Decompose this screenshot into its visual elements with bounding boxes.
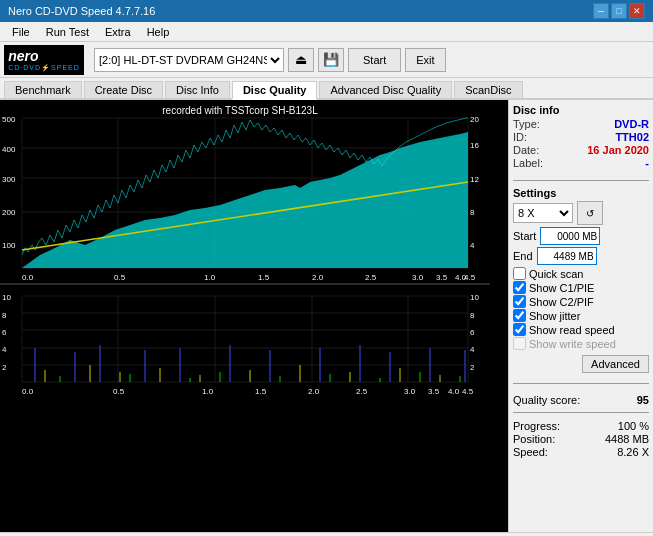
svg-text:3.5: 3.5 xyxy=(436,273,448,282)
svg-text:1.0: 1.0 xyxy=(202,387,214,396)
svg-text:2.5: 2.5 xyxy=(356,387,368,396)
menu-help[interactable]: Help xyxy=(139,22,178,41)
chart-area: 500 400 300 200 100 20 16 12 8 4 recorde… xyxy=(0,100,508,532)
svg-text:200: 200 xyxy=(2,208,16,217)
advanced-button[interactable]: Advanced xyxy=(582,355,649,373)
progress-label: Progress: xyxy=(513,420,560,432)
svg-text:300: 300 xyxy=(2,175,16,184)
end-row: End xyxy=(513,247,649,265)
quality-label: Quality score: xyxy=(513,394,580,406)
toolbar: nero CD·DVD⚡SPEED [2:0] HL-DT-ST DVDRAM … xyxy=(0,42,653,78)
show-write-row: Show write speed xyxy=(513,337,649,350)
show-jitter-label: Show jitter xyxy=(529,310,580,322)
position-label: Position: xyxy=(513,433,555,445)
nero-sub: CD·DVD⚡SPEED xyxy=(8,64,80,72)
show-jitter-checkbox[interactable] xyxy=(513,309,526,322)
speed-row: 8 X ↺ xyxy=(513,201,649,225)
divider-3 xyxy=(513,412,649,413)
speed-label: Speed: xyxy=(513,446,548,458)
close-button[interactable]: ✕ xyxy=(629,3,645,19)
start-label: Start xyxy=(513,230,536,242)
disc-label-value: - xyxy=(645,157,649,169)
svg-text:3.0: 3.0 xyxy=(404,387,416,396)
tab-benchmark[interactable]: Benchmark xyxy=(4,81,82,98)
progress-value: 100 % xyxy=(618,420,649,432)
tab-disc-info[interactable]: Disc Info xyxy=(165,81,230,98)
svg-text:1.0: 1.0 xyxy=(204,273,216,282)
show-c1pie-row: Show C1/PIE xyxy=(513,281,649,294)
divider-1 xyxy=(513,180,649,181)
exit-button[interactable]: Exit xyxy=(405,48,445,72)
show-write-checkbox[interactable] xyxy=(513,337,526,350)
menu-run-test[interactable]: Run Test xyxy=(38,22,97,41)
end-label: End xyxy=(513,250,533,262)
disc-info-section: Disc info Type: DVD-R ID: TTH02 Date: 16… xyxy=(513,104,649,170)
settings-title: Settings xyxy=(513,187,649,199)
right-panel: Disc info Type: DVD-R ID: TTH02 Date: 16… xyxy=(508,100,653,532)
disc-date-value: 16 Jan 2020 xyxy=(587,144,649,156)
start-row: Start xyxy=(513,227,649,245)
speed-value: 8.26 X xyxy=(617,446,649,458)
svg-text:4: 4 xyxy=(2,345,7,354)
svg-text:1.5: 1.5 xyxy=(255,387,267,396)
start-input[interactable] xyxy=(540,227,600,245)
svg-text:400: 400 xyxy=(2,145,16,154)
svg-text:500: 500 xyxy=(2,115,16,124)
drive-select[interactable]: [2:0] HL-DT-ST DVDRAM GH24NSD0 LH00 xyxy=(94,48,284,72)
svg-text:4.5: 4.5 xyxy=(462,387,474,396)
quality-value: 95 xyxy=(637,394,649,406)
quick-scan-checkbox[interactable] xyxy=(513,267,526,280)
svg-text:4: 4 xyxy=(470,345,475,354)
divider-2 xyxy=(513,383,649,384)
show-jitter-row: Show jitter xyxy=(513,309,649,322)
menu-file[interactable]: File xyxy=(4,22,38,41)
svg-text:10: 10 xyxy=(2,293,11,302)
eject-icon[interactable]: ⏏ xyxy=(288,48,314,72)
title-bar: Nero CD-DVD Speed 4.7.7.16 ─ □ ✕ xyxy=(0,0,653,22)
position-value: 4488 MB xyxy=(605,433,649,445)
save-icon[interactable]: 💾 xyxy=(318,48,344,72)
show-read-checkbox[interactable] xyxy=(513,323,526,336)
svg-text:10: 10 xyxy=(470,293,479,302)
svg-text:0.0: 0.0 xyxy=(22,273,34,282)
tab-disc-quality[interactable]: Disc Quality xyxy=(232,81,318,100)
title-bar-title: Nero CD-DVD Speed 4.7.7.16 xyxy=(8,5,155,17)
show-c2pif-row: Show C2/PIF xyxy=(513,295,649,308)
menu-extra[interactable]: Extra xyxy=(97,22,139,41)
svg-text:2.5: 2.5 xyxy=(365,273,377,282)
progress-section: Progress: 100 % Position: 4488 MB Speed:… xyxy=(513,419,649,459)
show-c1pie-checkbox[interactable] xyxy=(513,281,526,294)
minimize-button[interactable]: ─ xyxy=(593,3,609,19)
show-c2pif-label: Show C2/PIF xyxy=(529,296,594,308)
svg-text:8: 8 xyxy=(2,311,7,320)
disc-type-row: Type: DVD-R xyxy=(513,118,649,130)
show-c1pie-label: Show C1/PIE xyxy=(529,282,594,294)
tab-scan-disc[interactable]: ScanDisc xyxy=(454,81,522,98)
tab-advanced-disc-quality[interactable]: Advanced Disc Quality xyxy=(319,81,452,98)
nero-brand: nero xyxy=(8,48,80,64)
tabs: Benchmark Create Disc Disc Info Disc Qua… xyxy=(0,78,653,100)
show-c2pif-checkbox[interactable] xyxy=(513,295,526,308)
svg-text:0.0: 0.0 xyxy=(22,387,34,396)
svg-text:4.0: 4.0 xyxy=(448,387,460,396)
disc-date-row: Date: 16 Jan 2020 xyxy=(513,144,649,156)
maximize-button[interactable]: □ xyxy=(611,3,627,19)
end-input[interactable] xyxy=(537,247,597,265)
position-row: Position: 4488 MB xyxy=(513,433,649,445)
svg-text:3.0: 3.0 xyxy=(412,273,424,282)
main-content: 500 400 300 200 100 20 16 12 8 4 recorde… xyxy=(0,100,653,532)
speed-select[interactable]: 8 X xyxy=(513,203,573,223)
svg-text:1.5: 1.5 xyxy=(258,273,270,282)
svg-text:2: 2 xyxy=(2,363,7,372)
svg-text:4: 4 xyxy=(470,241,475,250)
start-button[interactable]: Start xyxy=(348,48,401,72)
stats-bar: PI Errors Average: 175,05 Maximum: 369 T… xyxy=(0,532,653,536)
reset-icon[interactable]: ↺ xyxy=(577,201,603,225)
quick-scan-label: Quick scan xyxy=(529,268,583,280)
tab-create-disc[interactable]: Create Disc xyxy=(84,81,163,98)
svg-text:0.5: 0.5 xyxy=(114,273,126,282)
title-bar-controls: ─ □ ✕ xyxy=(593,3,645,19)
svg-text:20: 20 xyxy=(470,115,479,124)
settings-section: Settings 8 X ↺ Start End Quick scan xyxy=(513,187,649,373)
disc-id-value: TTH02 xyxy=(615,131,649,143)
